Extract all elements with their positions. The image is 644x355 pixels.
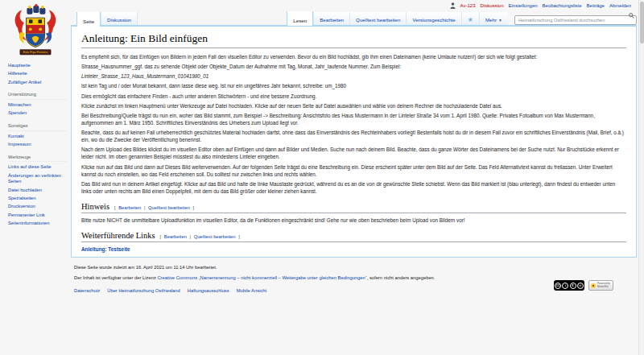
sidebar-nav: Hauptseite Hilfeseite Zufälliger Artikel…: [0, 63, 71, 227]
paragraph-filename-example: Linteler_Strasse_123_Haus_Mustermann_010…: [81, 72, 626, 80]
paragraph-intro: Es empfiehlt sich, für das Einfügen von …: [81, 53, 626, 60]
pipe-separator: |: [190, 234, 192, 239]
search-icon[interactable]: [629, 13, 634, 19]
footer-link-mobile-ansicht[interactable]: Mobile Ansicht: [237, 287, 266, 294]
search-box: [514, 10, 637, 25]
sidebar-item-links-auf-diese-seite[interactable]: Links auf diese Seite: [8, 164, 67, 171]
edit-link[interactable]: Bearbeiten: [164, 234, 187, 239]
mediawiki-flower-icon: [591, 283, 596, 288]
sidebar-item-seiteninformationen[interactable]: Seiteninformationen: [8, 221, 67, 227]
page-title: Anleitung: Ein Bild einfügen: [81, 32, 626, 48]
paragraph-description-source: Bei Beschreibung/Quelle trägst du nun ei…: [81, 112, 626, 126]
paragraph-naming-scheme: Strasse_Hausnummer_ggf. das zu sehende O…: [81, 63, 626, 70]
sidebar-item-datei-hochladen[interactable]: Datei hochladen: [8, 188, 67, 194]
content-area: Anleitung: Ein Bild einfügen Es empfiehl…: [71, 26, 637, 258]
footer-links: Datenschutz Über Heimatforschung Ostfrie…: [74, 287, 549, 294]
powered-by-mediawiki-badge[interactable]: Powered by MediaWiki: [588, 280, 613, 291]
bracket: ]: [193, 205, 195, 210]
logo-motto: Eala Frya Fresena: [23, 51, 48, 54]
sidebar-item-druckversion[interactable]: Druckversion: [8, 204, 67, 210]
watch-star-icon[interactable]: ★: [461, 12, 479, 25]
footer-link-haftungsausschluss[interactable]: Haftungsausschluss: [188, 287, 229, 294]
link-anleitung-testseite[interactable]: Anleitung: Testseite: [81, 246, 130, 252]
cc-icon: CC: [555, 283, 561, 289]
personal-link-diskussion[interactable]: Diskussion: [481, 3, 504, 8]
footer-badges: CC i $ ↺ Powered by MediaWiki: [554, 280, 613, 291]
tab-lesen[interactable]: Lesen: [287, 11, 313, 26]
license-prefix: Der Inhalt ist verfügbar unter der Lizen…: [74, 275, 157, 280]
paragraph-benefit: Dies ermöglicht das einfachere Finden - …: [81, 93, 626, 100]
scrollbar-thumb[interactable]: [640, 2, 644, 43]
tab-quelltext-bearbeiten[interactable]: Quelltext bearbeiten: [349, 12, 406, 25]
license-link[interactable]: Creative Commons „Namensnennung – nicht …: [157, 275, 366, 280]
bracket: ]: [238, 234, 240, 239]
sidebar-item-aenderungen-an-verlinkten-seiten[interactable]: Änderungen an verlinkten Seiten: [8, 173, 67, 186]
personal-link-abmelden[interactable]: Abmelden: [609, 3, 631, 8]
tab-mehr[interactable]: Mehr ▼: [479, 12, 508, 25]
personal-link-einstellungen[interactable]: Einstellungen: [509, 3, 538, 8]
footer-link-ueber[interactable]: Über Heimatforschung Ostfriesland: [107, 287, 180, 294]
view-tabs: Lesen Bearbeiten Quelltext bearbeiten Ve…: [287, 12, 637, 25]
tab-bearbeiten[interactable]: Bearbeiten: [313, 12, 349, 25]
footer-link-datenschutz[interactable]: Datenschutz: [74, 287, 100, 294]
scrollbar-track[interactable]: [638, 0, 644, 355]
paragraph-insert-image: Nach dem Upload des Bildes klickst du im…: [81, 146, 626, 160]
paragraph-position-image: Das Bild wird nun in deinem Artikel eing…: [81, 180, 626, 195]
cc-license-badge-icon[interactable]: CC i $ ↺: [554, 280, 584, 291]
section-heading-weiterfuehrende-links: Weiterführende Links [ Bearbeiten | Quel…: [81, 231, 626, 242]
sidebar: Eala Frya Fresena Hauptseite Hilfeseite …: [0, 0, 71, 229]
site-logo-coat-of-arms-icon[interactable]: Eala Frya Fresena: [10, 3, 60, 60]
namespace-tabs: Seite Diskussion: [76, 12, 138, 25]
heading-text: Weiterführende Links: [81, 231, 155, 240]
edit-source-link[interactable]: Quelltext bearbeiten: [194, 234, 236, 239]
edit-source-link[interactable]: Quelltext bearbeiten: [148, 205, 190, 210]
personal-link-beitraege[interactable]: Beiträge: [587, 3, 605, 8]
sidebar-item-mitmachen[interactable]: Mitmachen: [8, 102, 67, 109]
tab-bar: Seite Diskussion Lesen Bearbeiten Quellt…: [71, 12, 637, 26]
sidebar-item-impressum[interactable]: Impressum: [8, 142, 67, 148]
paragraph-upload-steps: Klicke zunächst im linken Hauptmenü unte…: [81, 102, 626, 109]
sidebar-item-spenden[interactable]: Spenden: [8, 110, 67, 117]
license-suffix: , sofern nicht anders angegeben.: [367, 275, 436, 280]
personal-link-beobachtungsliste[interactable]: Beobachtungsliste: [543, 3, 582, 8]
tab-versionsgeschichte[interactable]: Versionsgeschichte: [406, 12, 460, 25]
bracket: [: [114, 205, 116, 210]
section-heading-hinweis: Hinweis [ Bearbeiten | Quelltext bearbei…: [81, 202, 626, 213]
paragraph-hinweis: Bitte nutze NICHT die unmittelbare Uploa…: [81, 217, 626, 224]
user-icon: [450, 2, 456, 9]
personal-bar: Av-123 Diskussion Einstellungen Beobacht…: [450, 2, 631, 9]
sidebar-item-hauptseite[interactable]: Hauptseite: [8, 63, 67, 69]
sidebar-item-hilfeseite[interactable]: Hilfeseite: [8, 71, 67, 77]
last-modified-text: Diese Seite wurde zuletzt am 16. April 2…: [74, 264, 549, 270]
tab-seite[interactable]: Seite: [76, 12, 101, 27]
sidebar-section-werkzeuge: Werkzeuge: [8, 155, 67, 163]
cc-sa-icon: ↺: [577, 283, 584, 289]
bracket: [: [160, 234, 162, 239]
pipe-separator: |: [144, 205, 146, 210]
license-text: Der Inhalt ist verfügbar unter der Lizen…: [74, 275, 549, 281]
sidebar-section-unterstuetzung: Unterstützung: [8, 92, 67, 100]
sidebar-item-zufaelliger-artikel[interactable]: Zufälliger Artikel: [8, 80, 67, 86]
paragraph-date-unknown: Ist kein Tag und / oder Monat bekannt, d…: [81, 82, 626, 89]
paragraph-copyright-warning: Beachte, dass du auf keinen Fall urheber…: [81, 129, 626, 143]
heading-text: Hinweis: [81, 202, 109, 211]
wiki-page: Eala Frya Fresena Hauptseite Hilfeseite …: [0, 0, 644, 355]
footer: Diese Seite wurde zuletzt am 16. April 2…: [74, 264, 549, 294]
sidebar-item-permanenter-link[interactable]: Permanenter Link: [8, 213, 67, 219]
sidebar-item-kontakt[interactable]: Kontakt: [8, 134, 67, 140]
chevron-down-icon: ▼: [498, 18, 502, 23]
cc-nc-icon: $: [570, 283, 576, 289]
mediawiki-badge-label: Powered by MediaWiki: [597, 283, 611, 288]
sidebar-item-spezialseiten[interactable]: Spezialseiten: [8, 196, 67, 202]
paragraph-reuse-image: Klicke nun auf das Bild und dann auf Die…: [81, 163, 626, 178]
edit-link[interactable]: Bearbeiten: [118, 205, 141, 210]
cc-by-icon: i: [562, 283, 568, 289]
username-link[interactable]: Av-123: [460, 3, 476, 8]
search-input[interactable]: [514, 15, 637, 25]
tab-diskussion[interactable]: Diskussion: [101, 12, 138, 25]
edit-section-links: [ Bearbeiten | Quelltext bearbeiten ]: [160, 234, 240, 239]
edit-section-links: [ Bearbeiten | Quelltext bearbeiten ]: [114, 205, 194, 210]
sidebar-section-sonstiges: Sonstiges: [8, 123, 67, 131]
